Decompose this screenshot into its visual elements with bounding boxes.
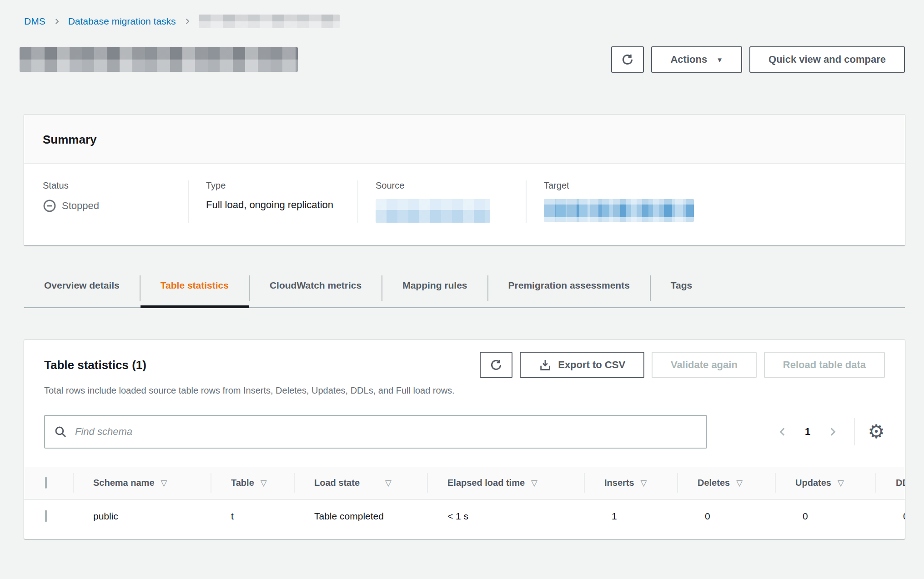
export-label: Export to CSV bbox=[558, 359, 625, 371]
table-card-header: Table statistics (1) Export to CSV Valid… bbox=[24, 340, 905, 378]
find-schema-input[interactable] bbox=[44, 415, 707, 449]
status-label: Status bbox=[43, 180, 188, 191]
source-endpoint-redacted-link[interactable] bbox=[376, 199, 490, 223]
summary-field-source: Source bbox=[357, 180, 526, 223]
sort-icon: ▽ bbox=[641, 479, 647, 488]
actions-button-label: Actions bbox=[670, 54, 707, 65]
column-header-deletes[interactable]: Deletes▽ bbox=[678, 467, 775, 499]
column-divider bbox=[211, 473, 211, 493]
sort-icon: ▽ bbox=[261, 479, 267, 488]
quick-view-compare-button[interactable]: Quick view and compare bbox=[749, 46, 905, 73]
breadcrumb-link-dms[interactable]: DMS bbox=[24, 16, 45, 27]
preferences-gear-button[interactable]: ⚙ bbox=[868, 422, 885, 441]
table-toolbar: 1 ⚙ bbox=[44, 415, 885, 449]
target-label: Target bbox=[544, 180, 905, 191]
cell-schema-name: public bbox=[73, 500, 211, 533]
pagination-divider bbox=[854, 418, 855, 445]
table-statistics-title: Table statistics (1) bbox=[44, 358, 146, 372]
quick-view-label: Quick view and compare bbox=[768, 54, 886, 65]
cell-load-state: Table completed bbox=[294, 500, 427, 533]
source-label: Source bbox=[376, 180, 526, 191]
column-label: DDLs bbox=[896, 478, 905, 488]
statistics-table: Schema name▽ Table▽ Load state▽ Elapsed … bbox=[24, 467, 905, 533]
column-label: Elapsed load time bbox=[447, 478, 525, 488]
tab-label: Table statistics bbox=[161, 280, 229, 290]
previous-page-button[interactable] bbox=[774, 423, 791, 440]
column-divider bbox=[584, 473, 585, 493]
column-header-table[interactable]: Table▽ bbox=[211, 467, 294, 499]
summary-body: Status Stopped Type Full load, ongoing r… bbox=[24, 164, 905, 245]
table-row: public t Table completed < 1 s 1 0 0 0 bbox=[24, 499, 905, 533]
status-badge: Stopped bbox=[43, 199, 188, 213]
cell-deletes: 0 bbox=[678, 500, 775, 533]
target-endpoint-redacted-link[interactable] bbox=[544, 199, 694, 222]
table-header-row: Schema name▽ Table▽ Load state▽ Elapsed … bbox=[24, 467, 905, 499]
table-card-actions: Export to CSV Validate again Reload tabl… bbox=[480, 352, 885, 378]
search-icon bbox=[54, 425, 67, 438]
column-divider bbox=[294, 473, 295, 493]
cell-updates: 0 bbox=[775, 500, 876, 533]
reload-table-data-button[interactable]: Reload table data bbox=[764, 352, 885, 378]
refresh-icon bbox=[621, 53, 634, 66]
select-all-cell bbox=[24, 467, 73, 499]
column-label: Deletes bbox=[698, 478, 730, 488]
column-divider bbox=[73, 473, 74, 493]
summary-card-header: Summary bbox=[24, 115, 905, 164]
row-checkbox[interactable] bbox=[45, 510, 47, 522]
caret-down-icon: ▼ bbox=[716, 56, 723, 63]
cell-inserts: 1 bbox=[584, 500, 678, 533]
column-header-schema-name[interactable]: Schema name▽ bbox=[73, 467, 211, 499]
chevron-right-icon bbox=[827, 426, 839, 438]
column-label: Inserts bbox=[604, 478, 634, 488]
tab-tags[interactable]: Tags bbox=[651, 275, 712, 307]
breadcrumb-chevron-icon bbox=[53, 17, 61, 25]
reload-label: Reload table data bbox=[783, 359, 866, 371]
task-name-redacted bbox=[20, 47, 298, 72]
page-content: DMS Database migration tasks Actions ▼ Q… bbox=[24, 0, 905, 539]
task-tabs: Overview details Table statistics CloudW… bbox=[24, 275, 905, 308]
select-all-checkbox[interactable] bbox=[45, 477, 47, 489]
refresh-icon bbox=[490, 359, 502, 371]
column-header-updates[interactable]: Updates▽ bbox=[775, 467, 876, 499]
tab-overview-details[interactable]: Overview details bbox=[24, 275, 140, 307]
breadcrumb: DMS Database migration tasks bbox=[24, 0, 905, 28]
sort-icon: ▽ bbox=[736, 479, 743, 488]
breadcrumb-chevron-icon bbox=[183, 17, 191, 25]
sort-icon: ▽ bbox=[161, 479, 167, 488]
tab-table-statistics[interactable]: Table statistics bbox=[141, 275, 249, 307]
sort-icon: ▽ bbox=[385, 479, 392, 488]
summary-field-target: Target bbox=[526, 180, 905, 223]
table-statistics-card: Table statistics (1) Export to CSV Valid… bbox=[24, 340, 905, 539]
cell-table: t bbox=[211, 500, 294, 533]
gear-icon: ⚙ bbox=[868, 421, 885, 442]
dms-task-page: DMS Database migration tasks Actions ▼ Q… bbox=[0, 0, 924, 579]
pagination: 1 ⚙ bbox=[774, 418, 885, 445]
column-header-elapsed-load-time[interactable]: Elapsed load time▽ bbox=[427, 467, 584, 499]
next-page-button[interactable] bbox=[824, 423, 841, 440]
column-divider bbox=[875, 473, 876, 493]
summary-card: Summary Status Stopped Type Full load, o… bbox=[24, 115, 905, 245]
type-value: Full load, ongoing replication bbox=[206, 199, 357, 211]
column-header-load-state[interactable]: Load state▽ bbox=[294, 467, 427, 499]
column-header-ddls[interactable]: DDLs bbox=[876, 467, 905, 499]
chevron-left-icon bbox=[777, 426, 788, 438]
validate-again-button[interactable]: Validate again bbox=[652, 352, 757, 378]
current-page-number[interactable]: 1 bbox=[805, 426, 810, 438]
active-tab-indicator bbox=[141, 305, 249, 308]
table-refresh-button[interactable] bbox=[480, 352, 512, 378]
actions-button[interactable]: Actions ▼ bbox=[651, 46, 742, 73]
validate-label: Validate again bbox=[671, 359, 738, 371]
export-to-csv-button[interactable]: Export to CSV bbox=[520, 352, 644, 378]
table-note: Total rows include loaded source table r… bbox=[44, 385, 885, 396]
tab-label: Tags bbox=[671, 280, 692, 290]
sort-icon: ▽ bbox=[531, 479, 537, 488]
status-value: Stopped bbox=[62, 200, 99, 212]
column-header-inserts[interactable]: Inserts▽ bbox=[584, 467, 678, 499]
sort-icon: ▽ bbox=[838, 479, 844, 488]
summary-field-status: Status Stopped bbox=[24, 180, 188, 223]
tab-premigration-assessments[interactable]: Premigration assessments bbox=[488, 275, 650, 307]
breadcrumb-link-tasks[interactable]: Database migration tasks bbox=[68, 16, 176, 27]
tab-cloudwatch-metrics[interactable]: CloudWatch metrics bbox=[250, 275, 382, 307]
tab-mapping-rules[interactable]: Mapping rules bbox=[382, 275, 487, 307]
refresh-button[interactable] bbox=[611, 46, 644, 73]
